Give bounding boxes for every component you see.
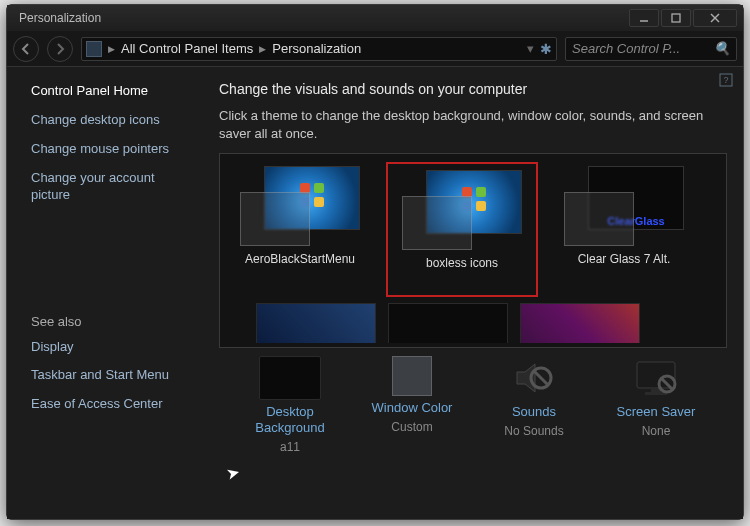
opt-label: Window Color (372, 400, 453, 416)
sidebar-link-mouse-pointers[interactable]: Change mouse pointers (31, 141, 195, 158)
svg-rect-1 (672, 14, 680, 22)
desktop-background-button[interactable]: Desktop Background a11 (235, 356, 345, 453)
theme-thumb-partial[interactable] (388, 303, 508, 343)
opt-value: No Sounds (504, 424, 563, 438)
screen-saver-icon (625, 356, 687, 400)
control-panel-icon (86, 41, 102, 57)
page-subtext: Click a theme to change the desktop back… (219, 107, 727, 143)
breadcrumb-item[interactable]: All Control Panel Items (121, 41, 253, 56)
minimize-button[interactable] (629, 9, 659, 27)
opt-label: Screen Saver (617, 404, 696, 420)
sounds-button[interactable]: Sounds No Sounds (479, 356, 589, 453)
window-color-button[interactable]: Window Color Custom (357, 356, 467, 453)
breadcrumb-item[interactable]: Personalization (272, 41, 361, 56)
main-content: ? Change the visuals and sounds on your … (203, 67, 743, 519)
svg-text:?: ? (723, 75, 728, 85)
window-color-icon (392, 356, 432, 396)
opt-value: a11 (280, 440, 300, 454)
theme-thumb-partial[interactable] (520, 303, 640, 343)
body: Control Panel Home Change desktop icons … (7, 67, 743, 519)
search-placeholder: Search Control P... (572, 41, 714, 56)
back-button[interactable] (13, 36, 39, 62)
theme-thumb: ClearGlass (564, 166, 684, 246)
address-row: ▶ All Control Panel Items ▶ Personalizat… (7, 31, 743, 67)
options-row: Desktop Background a11 Window Color Cust… (219, 348, 727, 453)
personalization-window: Personalization ▶ All Control Panel Item… (6, 4, 744, 520)
svg-line-7 (534, 371, 548, 385)
sidebar-link-taskbar[interactable]: Taskbar and Start Menu (31, 367, 195, 384)
opt-value: None (642, 424, 671, 438)
desktop-background-icon (259, 356, 321, 400)
theme-name: AeroBlackStartMenu (245, 252, 355, 266)
theme-list[interactable]: AeroBlackStartMenu boxless icons (219, 153, 727, 348)
sounds-icon (503, 356, 565, 400)
theme-name: Clear Glass 7 Alt. (578, 252, 671, 266)
opt-value: Custom (391, 420, 432, 434)
theme-thumb-partial[interactable] (256, 303, 376, 343)
close-button[interactable] (693, 9, 737, 27)
theme-item[interactable]: ClearGlass Clear Glass 7 Alt. (550, 162, 698, 297)
titlebar[interactable]: Personalization (7, 5, 743, 31)
page-heading: Change the visuals and sounds on your co… (219, 81, 727, 97)
theme-thumb (240, 166, 360, 246)
address-bar[interactable]: ▶ All Control Panel Items ▶ Personalizat… (81, 37, 557, 61)
forward-button[interactable] (47, 36, 73, 62)
chevron-right-icon: ▶ (108, 44, 115, 54)
window-title: Personalization (19, 11, 629, 25)
theme-row-partial (226, 303, 720, 343)
opt-label: Desktop Background (235, 404, 345, 435)
theme-name: boxless icons (426, 256, 498, 270)
window-buttons (629, 9, 737, 27)
sidebar-link-account-picture[interactable]: Change your account picture (31, 170, 195, 204)
sidebar-link-desktop-icons[interactable]: Change desktop icons (31, 112, 195, 129)
control-panel-home-link[interactable]: Control Panel Home (31, 83, 195, 98)
help-icon[interactable]: ? (719, 73, 733, 87)
screen-saver-button[interactable]: Screen Saver None (601, 356, 711, 453)
sidebar-link-ease-of-access[interactable]: Ease of Access Center (31, 396, 195, 413)
theme-thumb (402, 170, 522, 250)
maximize-button[interactable] (661, 9, 691, 27)
theme-item-selected[interactable]: boxless icons (386, 162, 538, 297)
see-also-heading: See also (31, 314, 195, 329)
chevron-right-icon: ▶ (259, 44, 266, 54)
theme-item[interactable]: AeroBlackStartMenu (226, 162, 374, 297)
search-input[interactable]: Search Control P... 🔍 (565, 37, 737, 61)
sidebar-link-display[interactable]: Display (31, 339, 195, 356)
dropdown-icon[interactable]: ▾ (527, 41, 534, 56)
sidebar: Control Panel Home Change desktop icons … (7, 67, 203, 519)
search-icon: 🔍 (714, 41, 730, 56)
refresh-icon[interactable]: ✱ (540, 41, 552, 57)
opt-label: Sounds (512, 404, 556, 420)
